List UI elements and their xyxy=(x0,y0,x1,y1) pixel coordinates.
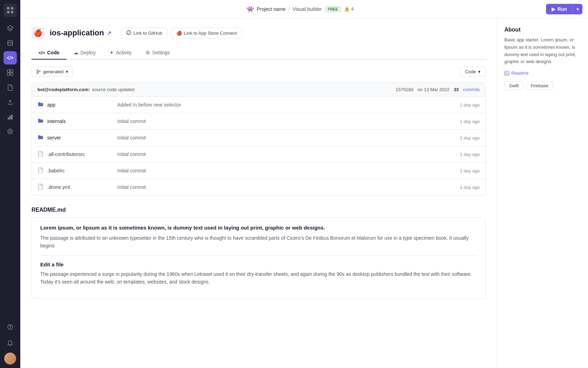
file-commit-message: Initial commit xyxy=(117,168,460,173)
tab-code-label: Code xyxy=(47,50,59,55)
commit-message: source code updated xyxy=(92,87,134,92)
github-icon xyxy=(126,30,131,36)
file-icon xyxy=(37,183,44,191)
readme-link[interactable]: Readme xyxy=(504,70,581,76)
code-tab-icon: </> xyxy=(38,50,45,55)
sidebar-icon-layers[interactable] xyxy=(4,22,17,35)
branch-label: generated xyxy=(43,69,64,74)
file-time: 1 day ago xyxy=(460,119,480,124)
sidebar-icon-chart[interactable] xyxy=(4,110,17,123)
readme-title: README.md xyxy=(31,207,486,213)
sidebar-icon-target[interactable] xyxy=(4,125,17,138)
link-appstore-label: Link to App Store Connect xyxy=(184,30,237,36)
sidebar-logo[interactable] xyxy=(4,4,17,17)
tag: Firebase xyxy=(526,81,553,90)
file-table: bot@codeplatform.com: source code update… xyxy=(31,82,486,196)
svg-rect-8 xyxy=(10,73,13,75)
table-row[interactable]: app Added /n before new selector 1 day a… xyxy=(32,97,485,113)
file-name[interactable]: internals xyxy=(47,118,117,124)
link-github-button[interactable]: Link to GitHub xyxy=(121,28,167,39)
code-label: Code xyxy=(465,69,476,74)
edit-file-body: The passage experienced a surge in popul… xyxy=(40,270,477,286)
tag: Swift xyxy=(504,81,523,90)
page-content: 🍎 ios-application ↗ Link to GitHub xyxy=(20,18,497,368)
table-row[interactable]: internals Initial commit 1 day ago xyxy=(32,113,485,130)
folder-icon xyxy=(37,117,44,125)
tab-activity[interactable]: ✦ Activity xyxy=(103,46,138,60)
file-commit-message: Initial commit xyxy=(117,118,460,124)
readme-heading: Lorem ipsum, or lipsum as it is sometime… xyxy=(40,225,477,231)
commit-header: bot@codeplatform.com: source code update… xyxy=(32,83,485,97)
folder-icon xyxy=(37,101,44,109)
svg-point-19 xyxy=(39,70,40,72)
link-appstore-button[interactable]: 🍎 Link to App Store Connect xyxy=(171,28,242,39)
commit-hash: 157018d xyxy=(396,87,413,92)
file-time: 1 day ago xyxy=(460,135,480,141)
free-badge: FREE xyxy=(325,6,341,12)
svg-rect-5 xyxy=(7,70,10,72)
table-row[interactable]: .drone.yml Initial commit 1 day ago xyxy=(32,179,485,195)
file-name[interactable]: server xyxy=(47,135,117,141)
sidebar-icon-help[interactable] xyxy=(4,320,17,334)
tab-code[interactable]: </> Code xyxy=(31,46,66,60)
svg-rect-0 xyxy=(7,7,9,9)
header-buttons: Link to GitHub 🍎 Link to App Store Conne… xyxy=(121,28,242,39)
about-title: About xyxy=(504,27,581,33)
svg-rect-1 xyxy=(11,7,13,9)
sidebar-icon-document[interactable] xyxy=(4,81,17,94)
tab-settings-label: Settings xyxy=(152,50,170,55)
tab-settings[interactable]: ⚙ Settings xyxy=(139,46,177,60)
file-commit-message: Added /n before new selector xyxy=(117,102,460,108)
file-time: 1 day ago xyxy=(460,185,480,190)
folder-icon xyxy=(37,134,44,142)
svg-rect-7 xyxy=(7,73,10,75)
sidebar-icon-upload[interactable] xyxy=(4,95,17,109)
file-commit-message: Initial commit xyxy=(117,184,460,190)
sidebar-icon-database[interactable] xyxy=(4,36,17,50)
run-label: Run xyxy=(558,6,567,12)
file-time: 1 day ago xyxy=(460,152,480,157)
readme-link-label: Readme xyxy=(511,70,528,76)
file-icon xyxy=(37,167,44,175)
table-row[interactable]: server Initial commit 1 day ago xyxy=(32,130,485,146)
file-name[interactable]: .all-contributorsrc xyxy=(47,151,117,157)
sidebar xyxy=(0,0,20,368)
sidebar-icon-code[interactable] xyxy=(4,51,17,64)
file-commit-message: Initial commit xyxy=(117,151,460,157)
tab-deploy-label: Deploy xyxy=(80,50,96,55)
tab-activity-label: Activity xyxy=(116,50,131,55)
file-name[interactable]: .babelrc xyxy=(47,168,117,173)
readme-divider xyxy=(40,255,477,256)
file-name[interactable]: app xyxy=(47,102,117,108)
breadcrumb-separator: / xyxy=(288,6,290,12)
sidebar-icon-components[interactable] xyxy=(4,66,17,79)
file-icon xyxy=(37,150,44,158)
svg-point-12 xyxy=(8,129,13,134)
deploy-tab-icon: ☁ xyxy=(74,50,78,55)
user-avatar[interactable] xyxy=(4,353,16,364)
commit-date: on 13 Mar 2022 xyxy=(418,87,449,92)
external-link-icon[interactable]: ↗ xyxy=(107,30,111,36)
link-github-label: Link to GitHub xyxy=(133,30,162,36)
tags: SwiftFirebase xyxy=(504,81,581,90)
file-name[interactable]: .drone.yml xyxy=(47,184,117,190)
run-button-group[interactable]: ▶ Run ▾ xyxy=(546,4,582,14)
svg-point-18 xyxy=(37,73,38,74)
settings-tab-icon: ⚙ xyxy=(146,50,150,55)
table-row[interactable]: .babelrc Initial commit 1 day ago xyxy=(32,163,485,179)
sidebar-icon-bell[interactable] xyxy=(4,336,17,350)
branch-selector[interactable]: generated ▾ xyxy=(31,67,73,77)
warning-count: 4 xyxy=(351,6,354,12)
project-name: Project name xyxy=(257,6,286,12)
warning-badge[interactable]: ⚠️ 4 xyxy=(344,6,354,12)
run-dropdown-button[interactable]: ▾ xyxy=(573,4,582,14)
file-time: 1 day ago xyxy=(460,102,480,108)
table-row[interactable]: .all-contributorsrc Initial commit 1 day… xyxy=(32,146,485,163)
tab-deploy[interactable]: ☁ Deploy xyxy=(66,46,103,60)
svg-rect-10 xyxy=(9,116,11,120)
file-rows: app Added /n before new selector 1 day a… xyxy=(32,97,485,195)
commits-link[interactable]: commits xyxy=(463,87,480,92)
code-dropdown-button[interactable]: Code ▾ xyxy=(460,67,486,77)
branch-chevron-icon: ▾ xyxy=(66,69,68,74)
run-button[interactable]: ▶ Run xyxy=(546,4,573,14)
